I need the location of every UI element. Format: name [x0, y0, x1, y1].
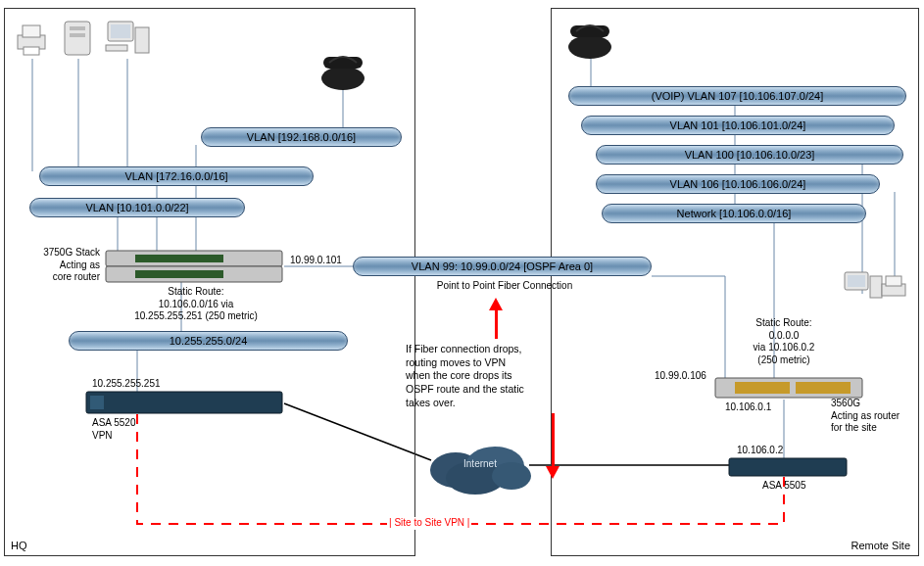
hq-vlan-10101-label: VLAN [10.101.0.0/22] — [85, 202, 188, 213]
core-ip: 10.99.0.101 — [290, 255, 342, 267]
hq-vlan-voice-label: VLAN [192.168.0.0/16] — [247, 131, 356, 143]
core-desc: 3750G Stack Acting as core router — [24, 247, 100, 284]
arrow-up-icon — [489, 298, 503, 310]
core-static-route: Static Route: 10.106.0.0/16 via 10.255.2… — [108, 286, 284, 323]
asa5520-label: ASA 5520 VPN — [92, 417, 135, 442]
remote-vlan-100: VLAN 100 [10.106.10.0/23] — [596, 145, 903, 165]
asa5520-ip: 10.255.255.251 — [92, 378, 161, 391]
remote-static-route: Static Route: 0.0.0.0 via 10.106.0.2 (25… — [725, 317, 843, 366]
hq-vlan-172: VLAN [172.16.0.0/16] — [39, 166, 314, 186]
arrow-down-stem — [552, 413, 555, 468]
hq-asa-net-label: 10.255.255.0/24 — [170, 335, 248, 347]
remote-sw-desc: 3560G Acting as router for the site — [831, 398, 900, 435]
remote-net: Network [10.106.0.0/16] — [602, 204, 866, 223]
arrow-up-stem — [495, 309, 498, 339]
remote-site-label: Remote Site — [851, 540, 910, 551]
remote-vlan-106-label: VLAN 106 [10.106.106.0/24] — [670, 178, 806, 190]
remote-vlan-101-label: VLAN 101 [10.106.101.0/24] — [670, 119, 806, 131]
hq-vlan-10101: VLAN [10.101.0.0/22] — [29, 198, 245, 217]
arrow-down-icon — [546, 466, 559, 479]
failover-note: If Fiber connection drops, routing moves… — [406, 343, 562, 409]
remote-sw-ip-lan: 10.106.0.1 — [725, 401, 771, 414]
remote-vlan-107-label: (VOIP) VLAN 107 [10.106.107.0/24] — [652, 90, 824, 102]
vlan99-label: VLAN 99: 10.99.0.0/24 [OSPF Area 0] — [412, 260, 593, 272]
asa5505-label: ASA 5505 — [762, 480, 805, 493]
remote-vlan-101: VLAN 101 [10.106.101.0/24] — [581, 116, 895, 135]
hq-vlan-voice: VLAN [192.168.0.0/16] — [201, 127, 402, 147]
asa5505-ip: 10.106.0.2 — [737, 445, 783, 457]
hq-asa-net: 10.255.255.0/24 — [69, 331, 348, 351]
hq-site-label: HQ — [11, 540, 27, 551]
hq-vlan-172-label: VLAN [172.16.0.0/16] — [124, 170, 227, 182]
remote-vlan-107: (VOIP) VLAN 107 [10.106.107.0/24] — [568, 86, 906, 106]
remote-net-label: Network [10.106.0.0/16] — [677, 208, 792, 219]
s2s-vpn-label: | Site to Site VPN | — [387, 517, 471, 530]
p2p-label: Point to Point Fiber Connection — [412, 280, 598, 293]
remote-sw-ip-fiber: 10.99.0.106 — [655, 370, 706, 383]
remote-vlan-100-label: VLAN 100 [10.106.10.0/23] — [685, 149, 815, 161]
remote-vlan-106: VLAN 106 [10.106.106.0/24] — [596, 174, 880, 194]
internet-label: Internet — [421, 458, 539, 469]
vlan99-bar: VLAN 99: 10.99.0.0/24 [OSPF Area 0] — [353, 257, 652, 276]
internet-cloud: Internet — [421, 431, 539, 499]
